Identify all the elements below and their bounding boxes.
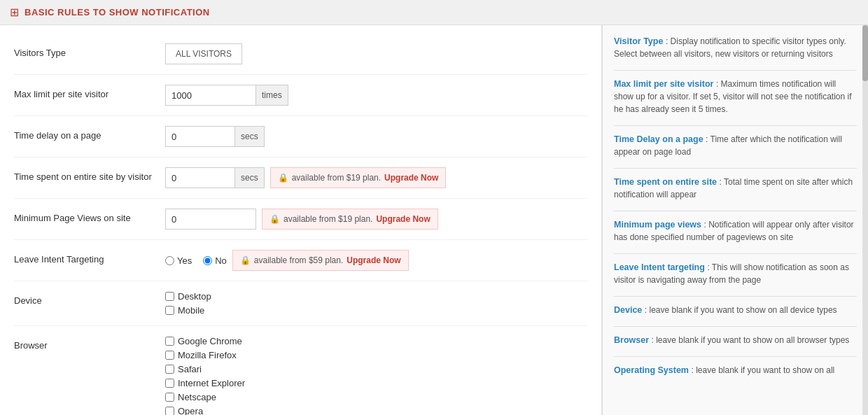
leave-intent-lock-icon: 🔒 <box>240 255 251 265</box>
device-mobile-checkbox[interactable] <box>165 306 174 315</box>
browser-label: Browser <box>14 336 154 351</box>
browser-chrome-checkbox[interactable] <box>165 337 174 346</box>
time-spent-upgrade-link[interactable]: Upgrade Now <box>384 173 438 183</box>
time-delay-label: Time delay on a page <box>14 126 154 141</box>
leave-intent-radio-group: Yes No <box>165 255 227 266</box>
time-spent-lock-icon: 🔒 <box>278 173 288 183</box>
visitors-type-label: Visitors Type <box>14 43 154 58</box>
time-delay-input[interactable] <box>165 126 235 147</box>
help-browser-title: Browser <box>614 335 649 345</box>
time-spent-row: Time spent on entire site by visitor sec… <box>14 157 587 199</box>
leave-intent-no-label: No <box>215 255 227 266</box>
max-limit-controls: times <box>165 85 288 106</box>
help-min-pageviews-title: Minimum page views <box>614 220 701 230</box>
leave-intent-yes-radio[interactable] <box>165 256 174 265</box>
browser-opera-checkbox[interactable] <box>165 407 174 415</box>
help-time-spent: Time spent on entire site : Total time s… <box>614 176 857 201</box>
browser-safari-checkbox[interactable] <box>165 365 174 374</box>
browser-netscape-checkbox[interactable] <box>165 393 174 402</box>
grid-icon: ⊞ <box>10 6 19 19</box>
left-panel: Visitors Type ALL VISITORS Max limit per… <box>0 25 602 415</box>
max-limit-row: Max limit per site visitor times <box>14 75 587 116</box>
device-desktop-option[interactable]: Desktop <box>165 291 211 302</box>
min-page-views-upgrade-link[interactable]: Upgrade Now <box>376 214 430 224</box>
browser-netscape-option[interactable]: Netscape <box>165 392 245 402</box>
help-os-title: Operating System <box>614 365 689 375</box>
leave-intent-yes-option[interactable]: Yes <box>165 255 192 266</box>
main-content: Visitors Type ALL VISITORS Max limit per… <box>0 25 868 415</box>
browser-ie-option[interactable]: Internet Explorer <box>165 378 245 388</box>
min-page-views-upgrade-badge: 🔒 available from $19 plan. Upgrade Now <box>262 209 438 230</box>
leave-intent-upgrade-text: available from $59 plan. <box>254 255 343 265</box>
browser-row: Browser Google Chrome Mozilla Firefox <box>14 326 587 415</box>
max-limit-label: Max limit per site visitor <box>14 85 154 99</box>
min-page-views-lock-icon: 🔒 <box>270 214 280 224</box>
browser-firefox-checkbox[interactable] <box>165 351 174 360</box>
help-visitor-type-title: Visitor Type <box>614 36 663 46</box>
scrollbar-track[interactable] <box>862 25 868 415</box>
time-spent-upgrade-badge: 🔒 available from $19 plan. Upgrade Now <box>270 167 447 188</box>
min-page-views-upgrade-text: available from $19 plan. <box>284 214 372 224</box>
help-time-delay: Time Delay on a page : Time after which … <box>614 133 857 158</box>
leave-intent-upgrade-link[interactable]: Upgrade Now <box>346 255 400 265</box>
device-mobile-label: Mobile <box>178 305 204 316</box>
help-device: Device : leave blank if you want to show… <box>614 304 857 316</box>
time-spent-controls: secs 🔒 available from $19 plan. Upgrade … <box>165 167 446 188</box>
time-spent-input[interactable] <box>165 167 235 188</box>
device-controls: Desktop Mobile <box>165 291 211 316</box>
browser-safari-option[interactable]: Safari <box>165 364 245 374</box>
browser-chrome-label: Google Chrome <box>178 336 242 346</box>
browser-netscape-label: Netscape <box>178 392 216 402</box>
scrollbar-thumb[interactable] <box>862 25 868 81</box>
help-min-pageviews: Minimum page views : Notification will a… <box>614 218 857 244</box>
browser-ie-checkbox[interactable] <box>165 379 174 388</box>
device-mobile-option[interactable]: Mobile <box>165 305 211 316</box>
time-delay-controls: secs <box>165 126 265 147</box>
header-title: BASIC RULES TO SHOW NOTIFICATION <box>24 7 210 17</box>
device-checkbox-group: Desktop Mobile <box>165 291 211 316</box>
browser-opera-option[interactable]: Opera <box>165 406 245 415</box>
help-max-limit: Max limit per site visitor : Maximum tim… <box>614 78 857 115</box>
help-divider-8 <box>614 356 857 357</box>
leave-intent-no-radio[interactable] <box>203 256 212 265</box>
help-device-title: Device <box>614 305 642 315</box>
leave-intent-no-option[interactable]: No <box>203 255 227 266</box>
device-desktop-label: Desktop <box>178 291 211 302</box>
browser-safari-label: Safari <box>178 364 202 374</box>
visitors-type-row: Visitors Type ALL VISITORS <box>14 34 587 75</box>
time-spent-upgrade-text: available from $19 plan. <box>292 173 381 183</box>
time-spent-label: Time spent on entire site by visitor <box>14 167 154 182</box>
time-delay-unit: secs <box>235 126 265 147</box>
time-spent-unit: secs <box>235 167 265 188</box>
min-page-views-label: Minimum Page Views on site <box>14 209 154 223</box>
leave-intent-yes-label: Yes <box>177 255 192 266</box>
browser-firefox-label: Mozilla Firefox <box>178 350 237 360</box>
max-limit-unit: times <box>256 85 288 106</box>
page-wrapper: ⊞ BASIC RULES TO SHOW NOTIFICATION Visit… <box>0 0 868 415</box>
right-panel: Visitor Type : Display notification to s… <box>602 25 868 415</box>
min-page-views-input[interactable] <box>165 209 256 230</box>
help-os: Operating System : leave blank if you wa… <box>614 364 857 377</box>
max-limit-input[interactable] <box>165 85 256 106</box>
leave-intent-controls: Yes No 🔒 available from $59 plan. Upgrad… <box>165 250 409 271</box>
help-divider-6 <box>614 296 857 297</box>
time-spent-input-group: secs <box>165 167 265 188</box>
max-limit-input-group: times <box>165 85 288 106</box>
time-delay-row: Time delay on a page secs <box>14 116 587 157</box>
visitors-type-select[interactable]: ALL VISITORS <box>165 43 242 64</box>
help-divider-4 <box>614 211 857 211</box>
min-page-views-row: Minimum Page Views on site 🔒 available f… <box>14 199 587 240</box>
browser-firefox-option[interactable]: Mozilla Firefox <box>165 350 245 360</box>
min-page-views-controls: 🔒 available from $19 plan. Upgrade Now <box>165 209 438 230</box>
help-max-limit-title: Max limit per site visitor <box>614 79 713 89</box>
device-row: Device Desktop Mobile <box>14 281 587 326</box>
browser-chrome-option[interactable]: Google Chrome <box>165 336 245 346</box>
help-os-text: : leave blank if you want to show on all <box>691 365 834 375</box>
help-leave-intent-title: Leave Intent targeting <box>614 262 705 272</box>
leave-intent-row: Leave Intent Targeting Yes No 🔒 <box>14 240 587 281</box>
device-desktop-checkbox[interactable] <box>165 292 174 301</box>
help-device-text: : leave blank if you want to show on all… <box>645 305 837 315</box>
help-divider-3 <box>614 168 857 169</box>
help-divider-2 <box>614 125 857 126</box>
leave-intent-upgrade-badge: 🔒 available from $59 plan. Upgrade Now <box>232 250 409 271</box>
